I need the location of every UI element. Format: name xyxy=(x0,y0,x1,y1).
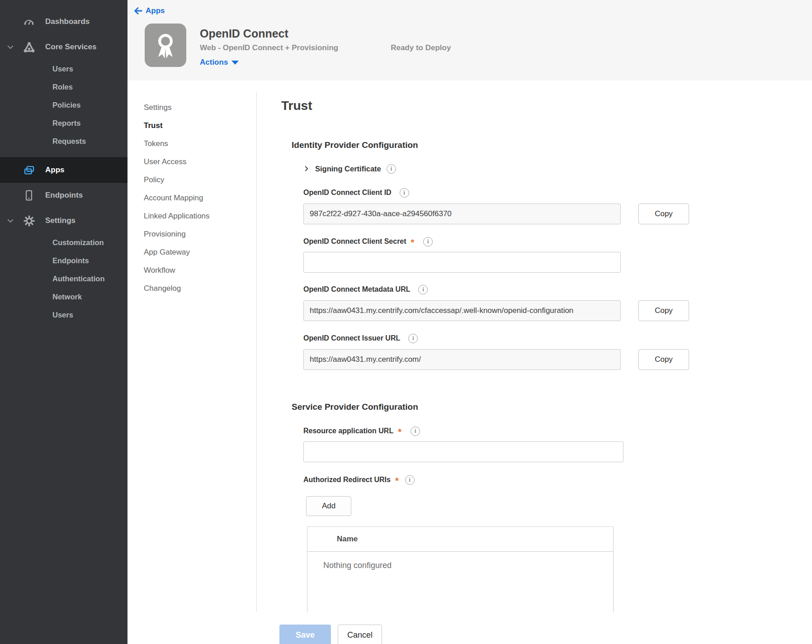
gear-icon xyxy=(23,214,35,227)
trust-page: Trust Identity Provider Configuration Si… xyxy=(281,80,742,644)
redirect-uris-table: Name Nothing configured xyxy=(307,526,614,612)
issuer-url-input[interactable] xyxy=(303,349,621,370)
sidebar-item-users-settings[interactable]: Users xyxy=(0,306,127,324)
sidebar-item-label: Endpoints xyxy=(45,191,83,200)
cancel-button[interactable]: Cancel xyxy=(338,625,382,644)
actions-menu-button[interactable]: Actions xyxy=(200,58,239,67)
tab-app-gateway[interactable]: App Gateway xyxy=(127,243,256,261)
chevron-down-icon[interactable] xyxy=(6,217,14,225)
tab-tokens[interactable]: Tokens xyxy=(127,135,256,153)
back-to-apps-link[interactable]: Apps xyxy=(134,6,165,15)
back-arrow-icon xyxy=(134,7,143,15)
info-icon[interactable]: i xyxy=(387,164,396,174)
app-logo xyxy=(145,24,186,67)
apps-icon xyxy=(23,164,35,176)
client-id-input[interactable] xyxy=(303,204,621,224)
copy-client-id-button[interactable]: Copy xyxy=(638,204,689,224)
sidebar-item-endpoints-settings[interactable]: Endpoints xyxy=(0,251,127,270)
resource-url-label-row: Resource application URL * i xyxy=(303,426,742,436)
client-secret-label: OpenID Connect Client Secret xyxy=(303,237,406,246)
sidebar-item-requests[interactable]: Requests xyxy=(0,132,127,150)
client-id-label-row: OpenID Connect Client ID i xyxy=(303,188,742,197)
tab-workflow[interactable]: Workflow xyxy=(127,261,256,279)
required-asterisk: * xyxy=(395,478,399,483)
signing-certificate-label: Signing Certificate xyxy=(315,165,381,173)
sidebar-item-policies[interactable]: Policies xyxy=(0,96,127,114)
certificate-ribbon-icon xyxy=(151,30,179,60)
sidebar-item-dashboards[interactable]: Dashboards xyxy=(0,9,127,34)
caret-down-icon xyxy=(231,61,239,65)
metadata-url-input[interactable] xyxy=(303,300,621,321)
tab-settings[interactable]: Settings xyxy=(127,99,256,117)
metadata-url-label: OpenID Connect Metadata URL xyxy=(303,285,410,294)
resource-url-input[interactable] xyxy=(303,441,623,462)
idp-section-heading: Identity Provider Configuration xyxy=(292,140,742,150)
gauge-icon xyxy=(23,15,35,28)
info-icon[interactable]: i xyxy=(411,426,420,436)
chevron-right-icon xyxy=(303,166,310,172)
copy-metadata-url-button[interactable]: Copy xyxy=(638,300,689,321)
sidebar-item-reports[interactable]: Reports xyxy=(0,114,127,132)
issuer-url-label: OpenID Connect Issuer URL xyxy=(303,334,400,342)
sidebar-item-label: Settings xyxy=(45,216,76,225)
required-asterisk: * xyxy=(398,430,401,434)
copy-issuer-url-button[interactable]: Copy xyxy=(638,349,689,370)
client-secret-input[interactable] xyxy=(303,252,621,273)
client-id-label: OpenID Connect Client ID xyxy=(303,189,392,197)
core-services-icon xyxy=(23,41,35,53)
info-icon[interactable]: i xyxy=(400,188,409,198)
tab-user-access[interactable]: User Access xyxy=(127,153,256,171)
sp-section-heading: Service Provider Configuration xyxy=(292,402,742,412)
sidebar-item-roles[interactable]: Roles xyxy=(0,78,127,96)
table-header-row: Name xyxy=(307,527,613,552)
app-type-subtitle: Web - OpenID Connect + Provisioning xyxy=(200,43,338,52)
sidebar-item-core-services[interactable]: Core Services xyxy=(0,34,127,60)
client-secret-label-row: OpenID Connect Client Secret * i xyxy=(303,237,742,246)
tab-trust[interactable]: Trust xyxy=(127,117,256,135)
deploy-status-badge: Ready to Deploy xyxy=(391,43,451,52)
tab-account-mapping[interactable]: Account Mapping xyxy=(127,189,256,207)
page-app-title: OpenID Connect xyxy=(200,27,288,40)
table-empty-state: Nothing configured xyxy=(307,552,613,570)
main-sidebar: Dashboards Core Services Users Roles Pol… xyxy=(0,0,127,644)
resource-url-label: Resource application URL xyxy=(303,427,393,435)
tab-changelog[interactable]: Changelog xyxy=(127,279,256,298)
info-icon[interactable]: i xyxy=(408,334,418,343)
required-asterisk: * xyxy=(411,240,415,245)
add-redirect-uri-button[interactable]: Add xyxy=(306,496,351,516)
redirect-uris-label-row: Authorized Redirect URIs * i xyxy=(303,475,742,484)
tab-linked-applications[interactable]: Linked Applications xyxy=(127,207,256,225)
tab-policy[interactable]: Policy xyxy=(127,171,256,189)
sidebar-item-authentication[interactable]: Authentication xyxy=(0,270,127,288)
metadata-url-label-row: OpenID Connect Metadata URL i xyxy=(303,285,742,294)
form-footer: Save Cancel xyxy=(279,625,742,644)
chevron-down-icon[interactable] xyxy=(6,43,14,51)
sidebar-item-label: Dashboards xyxy=(45,17,90,26)
app-settings-nav: Settings Trust Tokens User Access Policy… xyxy=(127,99,256,298)
endpoint-icon xyxy=(23,189,35,202)
info-icon[interactable]: i xyxy=(405,475,415,485)
save-button[interactable]: Save xyxy=(279,625,331,644)
redirect-uris-label: Authorized Redirect URIs xyxy=(303,476,391,484)
sidebar-item-network[interactable]: Network xyxy=(0,288,127,306)
app-header: Apps OpenID Connect Web - OpenID Connect… xyxy=(127,0,812,80)
info-icon[interactable]: i xyxy=(418,285,428,294)
page-title: Trust xyxy=(281,98,742,114)
sidebar-item-customization[interactable]: Customization xyxy=(0,233,127,251)
sidebar-item-users[interactable]: Users xyxy=(0,60,127,78)
sidebar-item-apps[interactable]: Apps xyxy=(0,157,127,183)
tab-provisioning[interactable]: Provisioning xyxy=(127,225,256,243)
info-icon[interactable]: i xyxy=(423,237,433,246)
column-header-name: Name xyxy=(337,535,358,544)
sidebar-item-settings[interactable]: Settings xyxy=(0,208,127,233)
sidebar-item-label: Core Services xyxy=(45,43,96,52)
sidebar-item-label: Apps xyxy=(45,166,65,175)
content-divider xyxy=(256,92,257,612)
sidebar-item-endpoints[interactable]: Endpoints xyxy=(0,183,127,208)
issuer-url-label-row: OpenID Connect Issuer URL i xyxy=(303,334,742,343)
signing-certificate-expander[interactable]: Signing Certificate i xyxy=(303,164,742,174)
